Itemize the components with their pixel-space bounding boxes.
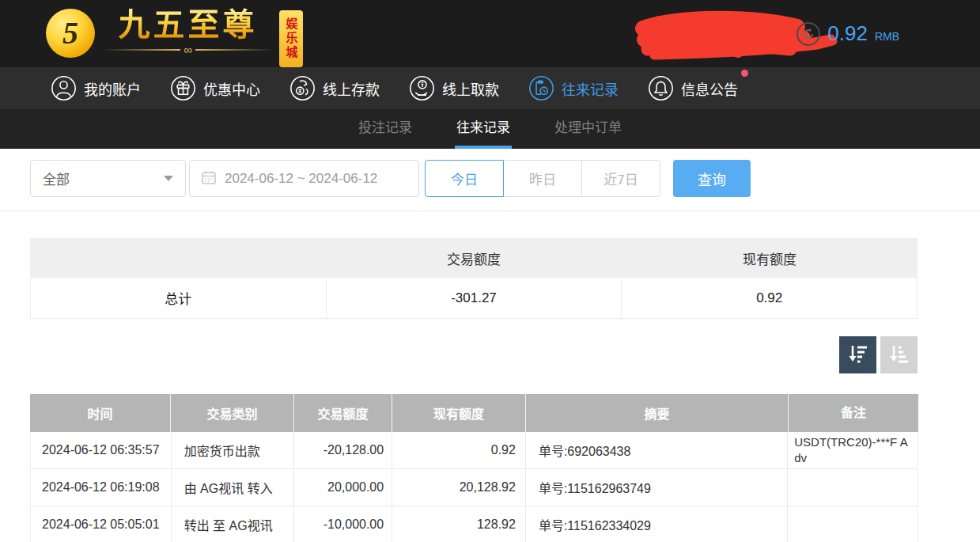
sort-descending-icon	[847, 343, 868, 367]
cell-time: 2024-06-12 05:05:01	[31, 506, 171, 542]
records-icon	[528, 75, 554, 101]
summary-header-row: 交易额度 现有额度	[30, 238, 918, 278]
sub-nav: 投注记录 往来记录 处理中订单	[0, 109, 980, 149]
cell-type: 由 AG视讯 转入	[171, 469, 294, 506]
table-row: 2024-06-12 05:05:01 转出 至 AG视讯 -10,000.00…	[30, 506, 918, 542]
cell-balance: 20,128.92	[392, 469, 525, 506]
cell-time: 2024-06-12 06:19:08	[31, 469, 171, 506]
quick-btn-last7days[interactable]: 近7日	[581, 160, 660, 197]
cell-type: 转出 至 AG视讯	[171, 506, 294, 542]
nav-item-my-account[interactable]: 我的账户	[51, 75, 141, 101]
summary-header-empty	[30, 238, 326, 278]
cell-summary: 单号:115162963749	[525, 469, 787, 506]
col-header-type: 交易类别	[170, 394, 293, 432]
filter-row: 全部 2024-06-12 ~ 2024-06-12 今日 昨日 近7日 查询	[0, 149, 980, 197]
summary-table: 交易额度 现有额度 总计 -301.27 0.92	[30, 238, 918, 319]
balance-area: 0.92 RMB	[796, 0, 899, 67]
sort-ascending-button[interactable]	[880, 336, 918, 373]
tab-transaction-records[interactable]: 往来记录	[456, 109, 510, 149]
gift-icon	[170, 75, 196, 101]
logo-95-icon: 5	[46, 9, 95, 58]
withdraw-icon	[409, 75, 435, 101]
records-header-row: 时间 交易类别 交易额度 现有额度 摘要 备注	[30, 394, 918, 432]
col-header-time: 时间	[30, 394, 170, 432]
active-tab-underline	[455, 146, 512, 149]
main-nav: 我的账户 优惠中心 线上存款	[0, 67, 980, 109]
logo-flourish-ornament: ∞	[103, 44, 273, 56]
nav-item-promotions[interactable]: 优惠中心	[170, 75, 260, 101]
bell-icon	[648, 75, 674, 101]
summary-total-label: 总计	[31, 278, 326, 318]
col-header-balance: 现有额度	[392, 394, 525, 432]
table-row: 2024-06-12 06:35:57 加密货币出款 -20,128.00 0.…	[30, 432, 918, 469]
cell-type: 加密货币出款	[171, 432, 294, 468]
cell-remark	[787, 506, 918, 542]
summary-header-amount: 交易额度	[326, 238, 622, 278]
summary-total-amount: -301.27	[326, 278, 622, 318]
section-divider	[0, 210, 980, 211]
refresh-balance-icon[interactable]	[796, 22, 820, 46]
cell-summary: 单号:115162334029	[525, 506, 787, 542]
site-logo[interactable]: 5 九五至尊 ∞ 娱乐城	[46, 6, 303, 67]
calendar-icon	[201, 169, 217, 188]
tab-betting-records[interactable]: 投注记录	[358, 109, 412, 149]
sort-controls	[0, 336, 918, 373]
table-row: 2024-06-12 06:19:08 由 AG视讯 转入 20,000.00 …	[30, 469, 918, 506]
user-icon	[51, 75, 77, 101]
quick-btn-today[interactable]: 今日	[425, 160, 504, 197]
cell-balance: 0.92	[392, 432, 525, 468]
nav-item-deposit[interactable]: 线上存款	[289, 75, 380, 101]
summary-total-row: 总计 -301.27 0.92	[30, 278, 918, 319]
balance-amount: 0.92	[827, 21, 868, 46]
col-header-amount: 交易额度	[293, 394, 392, 432]
quick-btn-yesterday[interactable]: 昨日	[503, 160, 582, 197]
nav-item-withdraw[interactable]: 线上取款	[409, 75, 499, 101]
cell-summary: 单号:692063438	[525, 432, 787, 468]
cell-amount: 20,000.00	[293, 469, 392, 506]
nav-item-transaction-records[interactable]: 往来记录	[528, 75, 619, 101]
summary-header-balance: 现有额度	[622, 238, 918, 278]
logo-title: 九五至尊	[119, 6, 258, 44]
date-range-input[interactable]: 2024-06-12 ~ 2024-06-12	[189, 160, 419, 197]
cell-balance: 128.92	[392, 506, 525, 542]
chevron-down-icon	[164, 176, 173, 181]
quick-date-group: 今日 昨日 近7日	[425, 160, 660, 197]
notification-dot	[741, 70, 748, 77]
logo-badge: 娱乐城	[279, 10, 303, 67]
nav-item-announcements[interactable]: 信息公告	[648, 75, 738, 101]
type-select-value: 全部	[43, 169, 70, 188]
col-header-remark: 备注	[788, 394, 918, 432]
balance-currency: RMB	[875, 30, 899, 43]
cell-amount: -10,000.00	[293, 506, 392, 542]
cell-amount: -20,128.00	[293, 432, 392, 468]
top-header: 5 九五至尊 ∞ 娱乐城 0.92 R	[0, 0, 980, 67]
deposit-icon	[289, 75, 316, 101]
cell-time: 2024-06-12 06:35:57	[31, 432, 171, 468]
records-table: 时间 交易类别 交易额度 现有额度 摘要 备注 2024-06-12 06:35…	[30, 394, 918, 542]
date-range-value: 2024-06-12 ~ 2024-06-12	[225, 171, 377, 187]
sort-ascending-icon	[888, 343, 910, 367]
col-header-summary: 摘要	[525, 394, 788, 432]
tab-processing-orders[interactable]: 处理中订单	[554, 109, 622, 149]
search-button[interactable]: 查询	[673, 160, 751, 197]
sort-descending-button[interactable]	[839, 336, 876, 373]
cell-remark: USDT(TRC20)-***F Adv	[787, 432, 918, 468]
type-select[interactable]: 全部	[30, 160, 186, 197]
summary-total-balance: 0.92	[621, 278, 917, 318]
cell-remark	[787, 469, 918, 506]
